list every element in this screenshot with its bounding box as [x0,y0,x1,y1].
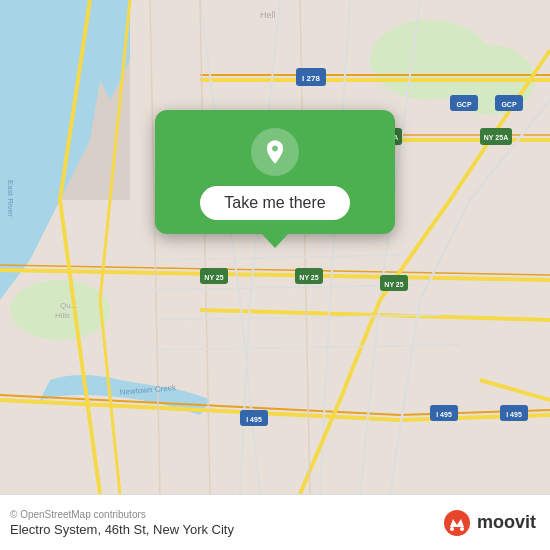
svg-text:GCP: GCP [456,101,472,108]
copyright-text: © OpenStreetMap contributors [10,509,234,520]
location-name: Electro System, 46th St, New York City [10,522,234,537]
map-container: I 278 GCP GCP NY 25A NY 25A NY 25 NY 25 … [0,0,550,494]
svg-text:GCP: GCP [501,101,517,108]
take-me-there-button[interactable]: Take me there [200,186,349,220]
svg-text:East River: East River [6,180,15,217]
svg-text:I 278: I 278 [302,74,320,83]
svg-text:I 495: I 495 [436,411,452,418]
moovit-logo[interactable]: moovit [443,509,536,537]
svg-point-4 [10,280,110,340]
popup-card[interactable]: Take me there [155,110,395,234]
moovit-brand-text: moovit [477,512,536,533]
svg-text:Hills: Hills [55,311,70,320]
svg-text:NY 25: NY 25 [204,274,223,281]
location-icon-circle [251,128,299,176]
svg-text:I 495: I 495 [506,411,522,418]
svg-text:NY 25: NY 25 [384,281,403,288]
svg-text:NY 25A: NY 25A [484,134,508,141]
svg-text:Qu...: Qu... [60,301,77,310]
svg-point-33 [444,510,470,536]
svg-point-35 [460,527,464,531]
footer: © OpenStreetMap contributors Electro Sys… [0,494,550,550]
footer-left: © OpenStreetMap contributors Electro Sys… [10,509,234,537]
svg-text:NY 25: NY 25 [299,274,318,281]
location-pin-icon [261,138,289,166]
svg-text:I 495: I 495 [246,416,262,423]
svg-text:Hell: Hell [260,10,276,20]
svg-point-34 [450,527,454,531]
moovit-brand-icon [443,509,471,537]
